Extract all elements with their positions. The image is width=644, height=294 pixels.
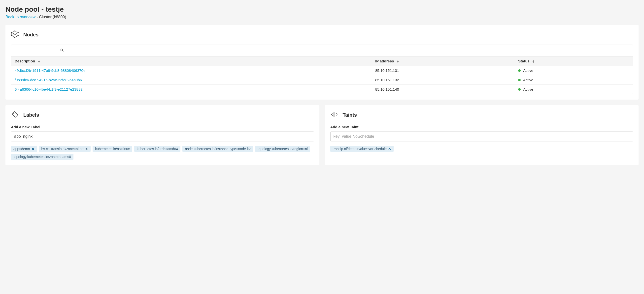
table-row: f9b89fc6-dcc7-4216-b25e-5cfe82a4a9b685.1… (11, 75, 633, 85)
svg-point-8 (12, 35, 12, 36)
svg-point-4 (15, 31, 16, 31)
nodes-icon (11, 30, 19, 39)
breadcrumb-cluster: - Cluster (k8809) (36, 15, 66, 19)
svg-point-5 (18, 32, 18, 33)
node-status-cell: Active (515, 75, 633, 85)
status-text: Active (523, 78, 533, 82)
node-ip-cell: 85.10.151.140 (372, 85, 515, 94)
column-ip[interactable]: IP address ▲▼ (372, 56, 515, 66)
label-tag: topology.kubernetes.io/region=nl (255, 146, 310, 152)
label-tag: kubernetes.io/arch=amd64 (134, 146, 180, 152)
tag-text: kubernetes.io/os=linux (95, 147, 130, 151)
labels-card: Labels Add a new Label app=demo✕bs.csi.t… (6, 105, 320, 165)
status-dot-icon (518, 88, 521, 91)
label-tag: node.kubernetes.io/instance-type=node-k2 (182, 146, 253, 152)
add-taint-input[interactable] (330, 132, 633, 142)
tag-text: node.kubernetes.io/instance-type=node-k2 (185, 147, 251, 151)
sort-icon: ▲▼ (38, 60, 40, 63)
label-tag: topology.kubernetes.io/zone=nl-ams0 (11, 154, 74, 160)
svg-line-11 (62, 51, 63, 51)
back-link[interactable]: Back to overview (6, 15, 36, 19)
remove-tag-icon[interactable]: ✕ (32, 147, 34, 151)
svg-point-10 (61, 49, 63, 51)
breadcrumb: Back to overview - Cluster (k8809) (6, 15, 638, 19)
node-link[interactable]: 49dbcd2b-1911-47e8-9cb8-68808406370e (15, 68, 85, 73)
remove-tag-icon[interactable]: ✕ (388, 147, 391, 151)
tag-text: app=demo (14, 147, 30, 151)
node-description-cell: f9b89fc6-dcc7-4216-b25e-5cfe82a4a9b6 (11, 75, 372, 85)
add-taint-prompt: Add a new Taint (330, 125, 633, 129)
table-row: 6f4a6306-fc16-4be4-b1f3-e21127e2388285.1… (11, 85, 633, 94)
column-status[interactable]: Status ▲▼ (515, 56, 633, 66)
node-status-cell: Active (515, 85, 633, 94)
search-icon (60, 49, 64, 52)
node-description-cell: 49dbcd2b-1911-47e8-9cb8-68808406370e (11, 66, 372, 75)
taint-tag: transip.nl/demo=value:NoSchedule✕ (330, 146, 394, 152)
label-tag: kubernetes.io/os=linux (92, 146, 132, 152)
search-input[interactable] (17, 49, 60, 52)
status-text: Active (523, 68, 533, 73)
node-ip-cell: 85.10.151.132 (372, 75, 515, 85)
tag-text: topology.kubernetes.io/region=nl (258, 147, 308, 151)
search-box[interactable] (15, 47, 64, 54)
tag-icon (11, 111, 19, 119)
tag-text: transip.nl/demo=value:NoSchedule (333, 147, 387, 151)
svg-point-6 (18, 35, 18, 36)
add-label-input[interactable] (11, 132, 314, 142)
label-tag: app=demo✕ (11, 146, 37, 152)
split-icon (330, 111, 338, 119)
page-title: Node pool - testje (6, 5, 638, 13)
tag-text: topology.kubernetes.io/zone=nl-ams0 (14, 155, 71, 159)
tag-text: kubernetes.io/arch=amd64 (137, 147, 178, 151)
node-description-cell: 6f4a6306-fc16-4be4-b1f3-e21127e23882 (11, 85, 372, 94)
nodes-table: Description ▲▼ IP address ▲▼ Status ▲▼ 4… (11, 56, 633, 94)
column-description[interactable]: Description ▲▼ (11, 56, 372, 66)
table-row: 49dbcd2b-1911-47e8-9cb8-68808406370e85.1… (11, 66, 633, 75)
node-status-cell: Active (515, 66, 633, 75)
svg-point-12 (13, 113, 14, 114)
svg-point-7 (15, 37, 16, 38)
status-dot-icon (518, 79, 521, 81)
label-tag: bs.csi.transip.nl/zone=nl-ams0 (39, 146, 91, 152)
sort-icon: ▲▼ (396, 60, 399, 63)
nodes-title: Nodes (23, 32, 38, 38)
status-text: Active (523, 87, 533, 91)
sort-icon: ▲▼ (532, 60, 535, 63)
tag-text: bs.csi.transip.nl/zone=nl-ams0 (42, 147, 88, 151)
node-link[interactable]: f9b89fc6-dcc7-4216-b25e-5cfe82a4a9b6 (15, 78, 82, 82)
labels-title: Labels (23, 112, 39, 118)
node-link[interactable]: 6f4a6306-fc16-4be4-b1f3-e21127e23882 (15, 87, 83, 91)
add-label-prompt: Add a new Label (11, 125, 314, 129)
node-ip-cell: 85.10.151.131 (372, 66, 515, 75)
nodes-card: Nodes Description ▲▼ IP address (6, 25, 638, 100)
taints-title: Taints (343, 112, 357, 118)
svg-point-9 (12, 32, 12, 33)
status-dot-icon (518, 69, 521, 72)
taints-card: Taints Add a new Taint transip.nl/demo=v… (325, 105, 639, 165)
